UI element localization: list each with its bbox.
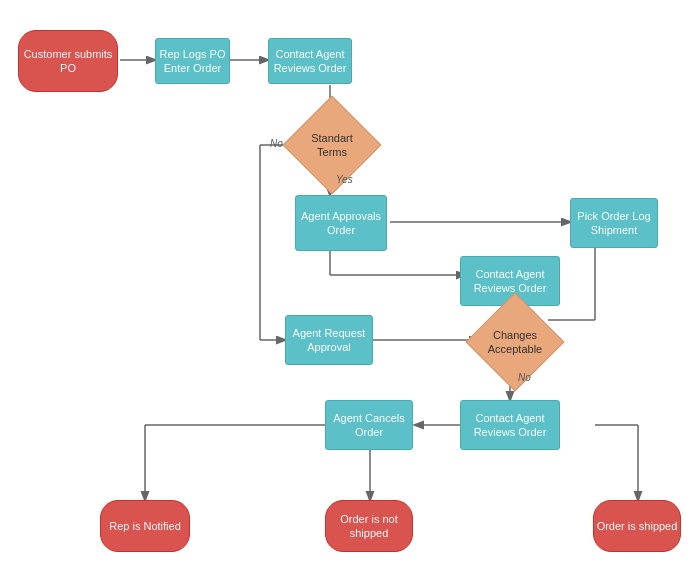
contact-agent-1-node: Contact Agent Reviews Order bbox=[268, 38, 352, 84]
flowchart-diagram: Customer submits PO Rep Logs PO Enter Or… bbox=[0, 0, 700, 569]
no-label-bottom: No bbox=[518, 372, 531, 383]
yes-label-middle: Yes bbox=[336, 174, 353, 185]
order-not-shipped-node: Order is not shipped bbox=[325, 500, 413, 552]
agent-request-node: Agent Request Approval bbox=[285, 315, 373, 365]
no-label-top: No bbox=[270, 138, 283, 149]
agent-cancels-node: Agent Cancels Order bbox=[325, 400, 413, 450]
rep-notified-node: Rep is Notified bbox=[100, 500, 190, 552]
order-shipped-node: Order is shipped bbox=[593, 500, 681, 552]
contact-agent-3-node: Contact Agent Reviews Order bbox=[460, 400, 560, 450]
rep-logs-po-node: Rep Logs PO Enter Order bbox=[155, 38, 230, 84]
customer-submits-po-node: Customer submits PO bbox=[18, 30, 118, 92]
agent-approvals-node: Agent Approvals Order bbox=[295, 195, 387, 251]
standart-terms-node: Standart Terms bbox=[295, 108, 369, 182]
pick-order-node: Pick Order Log Shipment bbox=[570, 198, 658, 248]
changes-acceptable-node: Changes Acceptable bbox=[478, 305, 552, 379]
